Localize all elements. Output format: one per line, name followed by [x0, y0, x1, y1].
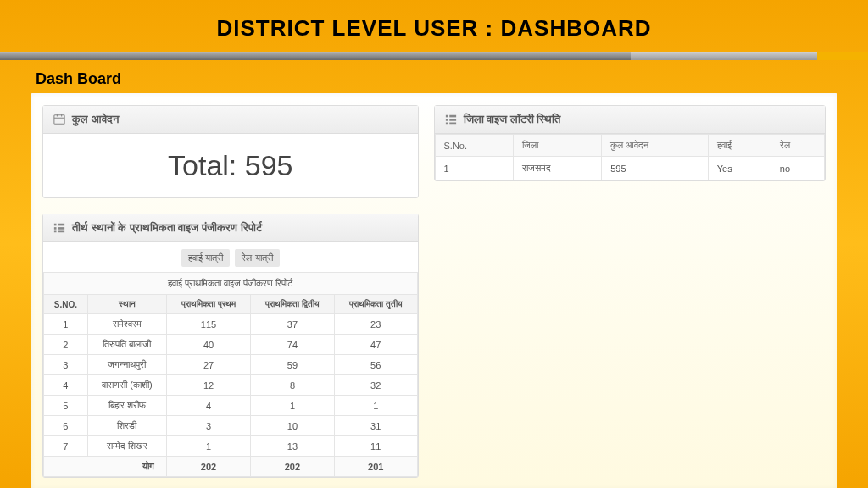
section-subhead: Dash Board [0, 60, 868, 93]
table-cell: 31 [334, 416, 417, 436]
table-cell: 1 [435, 157, 513, 180]
table-cell: 5 [44, 396, 88, 416]
table-cell: सम्मेद शिखर [87, 436, 166, 457]
table-cell: 1 [44, 314, 88, 335]
table-cell: रामेश्वरम [87, 314, 166, 335]
tab-row: हवाई यात्री रेल यात्री [43, 242, 418, 272]
calendar-icon [53, 114, 65, 125]
table-cell: 6 [44, 416, 88, 436]
svg-rect-13 [449, 119, 456, 121]
panel-title: तीर्थ स्थानों के प्राथमिकता वाइज पंजीकरण… [72, 221, 262, 235]
svg-rect-5 [58, 224, 64, 226]
col-place: स्थान [87, 295, 166, 314]
panel-title: जिला वाइज लॉटरी स्थिति [464, 113, 561, 126]
table-cell: 10 [250, 416, 334, 436]
totals-label: योग [44, 457, 167, 477]
table-cell: 74 [250, 335, 334, 355]
table-cell: 27 [167, 355, 251, 375]
title-bar: DISTRICT LEVEL USER : DASHBOARD [0, 0, 868, 52]
table-cell: 40 [167, 335, 251, 355]
table-cell: तिरुपति बालाजी [87, 335, 166, 355]
list-icon [53, 222, 65, 234]
table-cell: 1 [334, 396, 417, 416]
col-p3: प्राथमिकता तृतीय [334, 295, 417, 314]
table-row: 2तिरुपति बालाजी407447 [44, 335, 418, 355]
svg-rect-10 [445, 115, 448, 118]
table-header-row: S.No. जिला कुल आवेदन हवाई रेल [435, 135, 824, 157]
table-cell: 56 [334, 355, 417, 375]
table-cell: Yes [708, 157, 771, 180]
panel-header: कुल आवेदन [43, 106, 418, 134]
col-p1: प्राथमिकता प्रथम [167, 295, 251, 314]
svg-rect-4 [54, 224, 57, 226]
total-applications-panel: कुल आवेदन Total: 595 [42, 105, 419, 198]
total-value: 595 [245, 149, 293, 181]
svg-rect-15 [449, 123, 456, 125]
table-cell: वाराणसी (काशी) [87, 375, 166, 396]
svg-rect-14 [445, 123, 448, 125]
table-cell: 11 [334, 436, 417, 457]
total-p2: 202 [250, 457, 334, 477]
table-row: 3जगन्नाथपुरी275956 [44, 355, 418, 375]
table-row: 1रामेश्वरम1153723 [44, 314, 418, 335]
svg-rect-11 [449, 115, 456, 118]
tab-air[interactable]: हवाई यात्री [181, 249, 230, 267]
table-cell: जगन्नाथपुरी [87, 355, 166, 375]
table-cell: 8 [250, 375, 334, 396]
table-cell: 23 [334, 314, 417, 335]
table-cell: 37 [250, 314, 334, 335]
dashboard-content: कुल आवेदन Total: 595 तीर्थ स्थानों के प्… [31, 93, 837, 488]
table-cell: 47 [334, 335, 417, 355]
table-cell: 3 [167, 416, 251, 436]
table-cell: 1 [250, 396, 334, 416]
col-total: कुल आवेदन [602, 135, 709, 157]
col-p2: प्राथमिकता द्वितीय [250, 295, 334, 314]
col-air: हवाई [708, 135, 771, 157]
totals-row: योग 202 202 201 [44, 457, 418, 477]
table-row: 4वाराणसी (काशी)12832 [44, 375, 418, 396]
svg-rect-7 [58, 227, 64, 230]
list-icon [445, 114, 457, 125]
col-rail: रेल [771, 135, 824, 157]
total-value-box: Total: 595 [43, 134, 418, 197]
panel-title: कुल आवेदन [72, 113, 119, 126]
table-cell: 115 [167, 314, 251, 335]
priority-table: हवाई प्राथमिकता वाइज पंजीकरण रिपोर्ट S.N… [43, 272, 418, 477]
svg-rect-0 [54, 115, 64, 125]
svg-rect-8 [54, 231, 57, 233]
table-cell: राजसमंद [513, 157, 602, 180]
panel-header: जिला वाइज लॉटरी स्थिति [435, 106, 825, 134]
svg-rect-9 [58, 231, 64, 233]
table-cell: बिहार शरीफ [87, 396, 166, 416]
col-sno: S.No. [435, 135, 513, 157]
table-row: 1राजसमंद595Yesno [435, 157, 824, 180]
tab-rail[interactable]: रेल यात्री [235, 249, 279, 267]
svg-rect-12 [445, 119, 448, 121]
table-cell: 4 [167, 396, 251, 416]
table-cell: 59 [250, 355, 334, 375]
col-district: जिला [513, 135, 602, 157]
table-row: 6शिरडी31031 [44, 416, 418, 436]
total-p3: 201 [334, 457, 417, 477]
table-header-row: S.NO. स्थान प्राथमिकता प्रथम प्राथमिकता … [44, 295, 418, 314]
table-row: 5बिहार शरीफ411 [44, 396, 418, 416]
page-title: DISTRICT LEVEL USER : DASHBOARD [0, 15, 868, 42]
table-cell: no [771, 157, 824, 180]
col-sno: S.NO. [44, 295, 88, 314]
table-cell: 2 [44, 335, 88, 355]
lottery-table: S.No. जिला कुल आवेदन हवाई रेल 1राजसमंद59… [435, 134, 825, 180]
lottery-status-panel: जिला वाइज लॉटरी स्थिति S.No. जिला कुल आव… [434, 105, 826, 181]
decorative-stripe [0, 52, 868, 60]
table-caption: हवाई प्राथमिकता वाइज पंजीकरण रिपोर्ट [44, 273, 418, 295]
priority-report-panel: तीर्थ स्थानों के प्राथमिकता वाइज पंजीकरण… [42, 214, 419, 478]
table-row: 7सम्मेद शिखर11311 [44, 436, 418, 457]
table-cell: शिरडी [87, 416, 166, 436]
table-cell: 595 [602, 157, 709, 180]
table-cell: 1 [167, 436, 251, 457]
table-cell: 7 [44, 436, 88, 457]
table-cell: 32 [334, 375, 417, 396]
table-cell: 12 [167, 375, 251, 396]
total-label: Total: [168, 149, 236, 181]
svg-rect-6 [54, 227, 57, 230]
panel-header: तीर्थ स्थानों के प्राथमिकता वाइज पंजीकरण… [43, 214, 418, 242]
